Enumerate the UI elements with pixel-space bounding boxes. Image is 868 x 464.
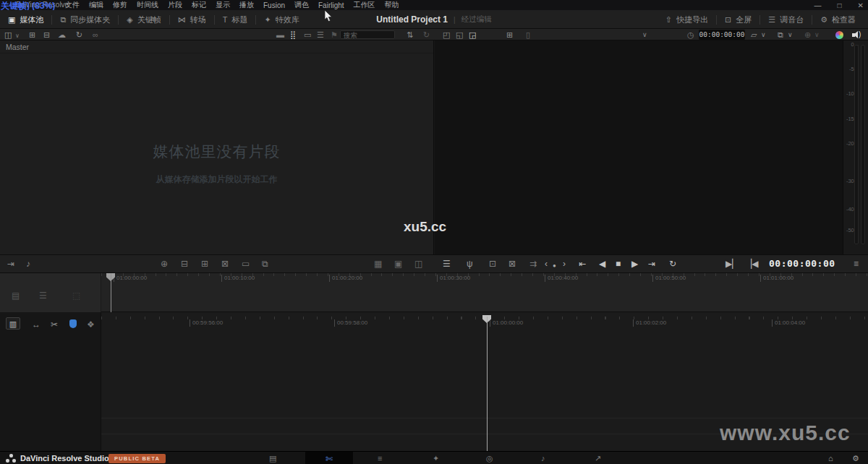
page-fusion-icon[interactable]: ✦ [433, 454, 439, 463]
track-list-icon[interactable]: ▤ [12, 291, 20, 301]
transform-icon[interactable]: ▱ [751, 30, 757, 39]
scrub-icon[interactable]: ▯ [526, 30, 530, 39]
keyframes-tool-icon[interactable]: ❖ [87, 319, 95, 330]
ripple-overwrite-icon[interactable]: ⊞ [201, 259, 208, 269]
page-fairlight-icon[interactable]: ♪ [541, 454, 545, 463]
effects-library-toggle-button[interactable]: ✦ 特效库 [256, 10, 307, 29]
timeline-options-menu-icon[interactable]: ≡ [854, 259, 859, 269]
search-input[interactable] [340, 30, 395, 39]
media-pool-panel[interactable]: Master 媒体池里没有片段 从媒体存储添加片段以开始工作 [0, 40, 434, 254]
refresh-icon[interactable]: ↻ [423, 30, 430, 39]
relink-icon[interactable]: ∞ [93, 30, 98, 39]
jog-right-icon[interactable]: › [563, 259, 566, 269]
new-bin-icon[interactable]: ⊞ [29, 30, 35, 39]
viewer-panel[interactable] [435, 40, 843, 254]
prev-cut-icon[interactable]: ▕◀ [745, 259, 758, 269]
overlay-mode-icon[interactable]: ⇉ [529, 259, 537, 269]
timeline-timecode[interactable]: 00:00:00:00 [769, 258, 835, 269]
viewer-grid-icon[interactable]: ⊞ [506, 30, 513, 39]
overview-playhead-line[interactable] [111, 273, 111, 312]
tool-select-button[interactable]: ▥ [6, 317, 20, 330]
trim-mode-icon[interactable]: ▦ [374, 259, 382, 269]
menu-help[interactable]: 帮助 [385, 0, 399, 10]
minimize-button[interactable]: — [814, 1, 822, 9]
sync-icon[interactable]: ↻ [76, 30, 82, 39]
menu-clip[interactable]: 片段 [168, 0, 182, 10]
jog-left-icon[interactable]: ‹ [545, 259, 548, 269]
transitions-toggle-button[interactable]: ⋈ 转场 [170, 10, 214, 29]
split-scissors-icon[interactable]: ✂ [51, 319, 58, 330]
view-strip-icon[interactable]: ▭ [304, 30, 311, 39]
home-icon[interactable]: ⌂ [828, 454, 833, 463]
viewer-mode-fast-icon[interactable]: ◲ [469, 30, 476, 39]
import-folder-icon[interactable]: ⊟ [43, 30, 50, 39]
zoom-fit-icon[interactable]: ⊕ [804, 30, 811, 39]
timeline-detail[interactable]: ▥ ↔ ✂ ❖ 00:59:56:00 00:59:58:00 01:00:00… [0, 312, 868, 451]
transform-chevron-icon[interactable]: ∨ [761, 30, 766, 39]
poi-search-icon[interactable]: ⊠ [509, 259, 516, 269]
speaker-icon[interactable]: ) [852, 30, 862, 39]
append-clip-icon[interactable]: ⇥ [7, 259, 14, 269]
menu-mark[interactable]: 标记 [192, 0, 206, 10]
microphone-icon[interactable]: ψ [467, 259, 473, 269]
quick-export-button[interactable]: ⇧ 快捷导出 [658, 10, 716, 29]
page-color-icon[interactable]: ◎ [486, 454, 493, 463]
stop-button[interactable]: ■ [616, 259, 621, 269]
camera-sync-icon[interactable]: ⬚ [72, 291, 80, 301]
timeline-overview[interactable]: ▤ ☰ ⬚ 01:00:00:00 01:00:10:00 01:00:20:0… [0, 273, 868, 312]
bin-panel-chevron-icon[interactable]: ∨ [15, 32, 20, 40]
bin-name-label[interactable]: Master [6, 43, 29, 51]
pip-chevron-icon[interactable]: ∨ [788, 30, 793, 39]
loop-button[interactable]: ↻ [669, 259, 676, 269]
cloud-icon[interactable]: ☁ [58, 30, 66, 39]
media-pool-toggle-button[interactable]: ▣ 媒体池 [0, 10, 51, 29]
trim-tool-icon[interactable]: ↔ [32, 319, 41, 330]
menu-workspace[interactable]: 工作区 [354, 0, 375, 10]
menu-timeline[interactable]: 时间线 [137, 0, 158, 10]
marker-icon[interactable] [69, 319, 77, 328]
fullscreen-button[interactable]: ⊡ 全屏 [717, 10, 760, 29]
play-reverse-button[interactable]: ◀ [599, 259, 605, 269]
menu-color[interactable]: 调色 [294, 0, 309, 10]
view-grid-icon[interactable]: ⣿ [290, 30, 296, 39]
viewer-mode-source-icon[interactable]: ◰ [443, 30, 450, 39]
page-edit-icon[interactable]: ≡ [378, 454, 382, 463]
menu-edit[interactable]: 编辑 [89, 0, 103, 10]
append-end-icon[interactable]: ⊟ [181, 259, 188, 269]
go-to-end-button[interactable]: ⇥ [648, 259, 655, 269]
maximize-button[interactable]: □ [838, 1, 842, 9]
pip-icon[interactable]: ⧉ [778, 30, 783, 39]
menu-playback[interactable]: 播放 [239, 0, 254, 10]
detail-playhead-line[interactable] [487, 317, 488, 451]
resolve-fx-color-icon[interactable] [835, 31, 843, 39]
viewer-dropdown-chevron-icon[interactable]: ∨ [642, 30, 647, 39]
menu-fusion[interactable]: Fusion [263, 1, 285, 9]
titles-toggle-button[interactable]: T 标题 [215, 10, 256, 29]
tag-icon[interactable]: ⚑ [331, 30, 338, 39]
audio-waveform-icon[interactable]: ◫ [414, 259, 422, 269]
page-cut-active[interactable]: ✄ [305, 452, 353, 464]
play-button[interactable]: ▶ [631, 259, 638, 269]
zoom-chevron-icon[interactable]: ∨ [814, 30, 820, 39]
next-cut-icon[interactable]: ▶▏ [726, 259, 739, 269]
poi-detect-icon[interactable]: ⊡ [489, 259, 496, 269]
viewer-mode-timeline-icon[interactable]: ◱ [456, 30, 463, 39]
menu-fairlight[interactable]: Fairlight [318, 1, 344, 9]
close-up-icon[interactable]: ⊠ [221, 259, 229, 269]
timeline-overview-ruler[interactable]: 01:00:00:00 01:00:10:00 01:00:20:00 01:0… [101, 273, 868, 283]
append-audio-icon[interactable]: ♪ [26, 259, 30, 269]
sync-bin-toggle-button[interactable]: ⧉ 同步媒体夹 [52, 10, 118, 29]
track-controls-icon[interactable]: ☰ [39, 291, 47, 301]
view-card-icon[interactable]: ▬ [276, 30, 284, 39]
snapping-icon[interactable]: ▣ [394, 259, 402, 269]
page-media-icon[interactable]: ▤ [269, 454, 276, 463]
view-list-icon[interactable]: ☰ [317, 30, 324, 39]
close-button[interactable]: ✕ [858, 1, 864, 9]
page-deliver-icon[interactable]: ↗ [595, 454, 601, 463]
viewer-timecode[interactable]: 00:00:00:00 [699, 30, 745, 40]
sort-icon[interactable]: ⇅ [407, 30, 413, 39]
source-overwrite-icon[interactable]: ⧉ [262, 259, 268, 269]
bin-panel-toggle-icon[interactable]: ◫ [4, 30, 12, 39]
menu-view[interactable]: 显示 [216, 0, 230, 10]
menu-file[interactable]: 文件 [65, 0, 80, 10]
